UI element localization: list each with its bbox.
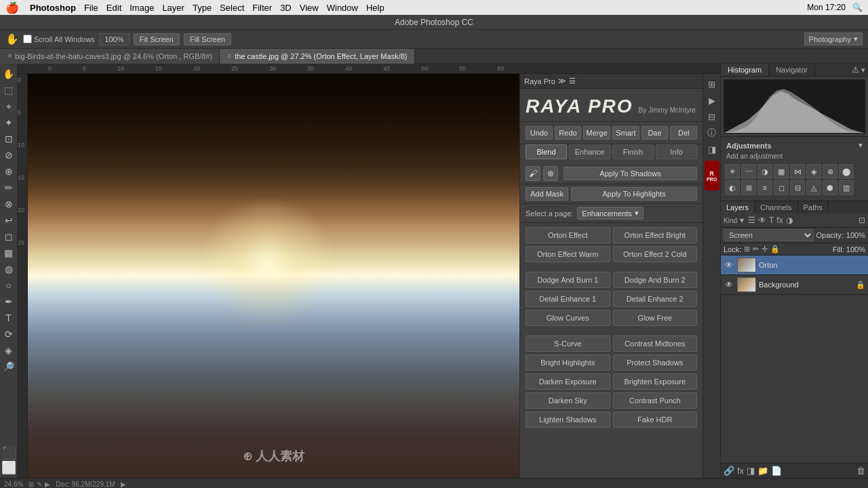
crop-tool[interactable]: ⊡: [1, 131, 16, 146]
photo-filter-adj-icon[interactable]: ◐: [725, 180, 740, 195]
fake-hdr-button[interactable]: Fake HDR: [613, 411, 698, 428]
move-tool[interactable]: ✋: [1, 66, 16, 81]
apply-shadows-button[interactable]: Apply To Shadows: [564, 167, 697, 180]
add-mask-layers-icon[interactable]: ◨: [747, 466, 755, 476]
layer-visibility-icon[interactable]: 👁: [724, 279, 734, 290]
path-tool[interactable]: ⟳: [1, 327, 16, 342]
apple-menu-icon[interactable]: 🍎: [5, 1, 19, 14]
spot-heal-tool[interactable]: ⊕: [1, 164, 16, 179]
blend-nav-button[interactable]: Blend: [526, 144, 567, 159]
tab-big-birds[interactable]: ✕ big-Birds-at-the-batu-caves3.jpg @ 24.…: [0, 49, 220, 64]
scroll-all-label[interactable]: Scroll All Windows: [23, 35, 95, 43]
play-icon[interactable]: ▶: [705, 93, 719, 108]
levels-adj-icon[interactable]: ▦: [774, 164, 789, 179]
text-tool[interactable]: T: [1, 310, 16, 325]
raya-menu-icon[interactable]: ☰: [569, 77, 576, 85]
contrast-midtones-button[interactable]: Contrast Midtones: [613, 336, 698, 352]
darken-exposure-button[interactable]: Darken Exposure: [526, 373, 610, 390]
timeline-arrow[interactable]: ▶: [121, 481, 126, 488]
menu-window[interactable]: Window: [327, 3, 358, 13]
zoom-tool[interactable]: 🔎: [1, 359, 16, 374]
info-nav-button[interactable]: Info: [656, 144, 697, 159]
finish-nav-button[interactable]: Finish: [612, 144, 654, 159]
contrast-punch-button[interactable]: Contrast Punch: [613, 392, 698, 409]
orton-effect-2-cold-button[interactable]: Orton Effect 2 Cold: [613, 246, 698, 262]
navigator-tab[interactable]: Navigator: [769, 64, 815, 76]
s-curve-button[interactable]: S-Curve: [526, 336, 610, 352]
menu-help[interactable]: Help: [366, 3, 384, 13]
exposure-adj-icon[interactable]: ◑: [757, 164, 772, 179]
menu-view[interactable]: View: [300, 3, 319, 13]
curves-adj-icon[interactable]: 〰: [741, 164, 756, 179]
layer-type-filter-icon[interactable]: T: [769, 216, 774, 225]
tab-castle[interactable]: ✕ the castle.jpg @ 27.2% (Orton Effect, …: [220, 49, 414, 64]
select-tool[interactable]: ⬚: [1, 83, 16, 98]
collapse-icon[interactable]: ▾: [861, 66, 865, 75]
eraser-tool[interactable]: ◻: [1, 229, 16, 244]
bw-adj-icon[interactable]: ⬤: [839, 164, 854, 179]
history-tool[interactable]: ↩: [1, 213, 16, 228]
zoom-input[interactable]: [99, 33, 130, 45]
undo-button[interactable]: Undo: [526, 126, 553, 140]
foreground-color[interactable]: ⬛: [1, 445, 16, 460]
menu-3d[interactable]: 3D: [280, 3, 292, 13]
background-color[interactable]: ⬜: [1, 460, 16, 475]
merge-button[interactable]: Merge: [583, 126, 610, 140]
add-mask-button[interactable]: Add Mask: [526, 187, 568, 201]
apply-highlights-button[interactable]: Apply To Highlights: [571, 187, 697, 201]
menu-layer[interactable]: Layer: [162, 3, 184, 13]
search-icon[interactable]: 🔍: [852, 3, 863, 12]
histogram-tab[interactable]: Histogram: [721, 64, 769, 76]
orton-effect-bright-button[interactable]: Orton Effect Bright: [613, 227, 698, 243]
channels-tab[interactable]: Channels: [755, 201, 797, 214]
enhance-nav-button[interactable]: Enhance: [569, 144, 610, 159]
colorbalance-adj-icon[interactable]: ⊗: [823, 164, 837, 179]
orton-effect-warm-button[interactable]: Orton Effect Warm: [526, 246, 610, 262]
lock-position-icon[interactable]: ⊞: [744, 245, 750, 253]
info-icon[interactable]: ⓘ: [705, 125, 719, 140]
menu-filter[interactable]: Filter: [252, 3, 272, 13]
clone-tool[interactable]: ⊗: [1, 197, 16, 211]
brightness-adj-icon[interactable]: ☀: [725, 164, 740, 179]
color-lookup-adj-icon[interactable]: ≡: [757, 180, 772, 195]
mask-stamp-icon[interactable]: ⊕: [543, 166, 558, 181]
brighten-exposure-button[interactable]: Brighten Exposure: [613, 373, 698, 390]
orton-effect-button[interactable]: Orton Effect: [526, 227, 610, 243]
pen-tool[interactable]: ✒: [1, 294, 16, 309]
selective-color-adj-icon[interactable]: ⬢: [823, 180, 837, 195]
lighten-shadows-button[interactable]: Lighten Shadows: [526, 411, 610, 428]
magic-wand-tool[interactable]: ✦: [1, 115, 16, 130]
layer-eye-filter-icon[interactable]: 👁: [758, 216, 766, 225]
brush-mask-icon[interactable]: 🖌: [526, 166, 540, 181]
layer-item-orton[interactable]: 👁 Orton: [721, 256, 868, 275]
shape-tool[interactable]: ◈: [1, 343, 16, 358]
smart-button[interactable]: Smart: [612, 126, 639, 140]
canvas-area[interactable]: ⊕ 人人素材: [28, 74, 519, 478]
blend-mode-select[interactable]: Screen Normal Multiply Overlay: [724, 229, 814, 241]
scroll-all-checkbox[interactable]: [23, 35, 32, 43]
glow-curves-button[interactable]: Glow Curves: [526, 310, 610, 326]
tab-close-icon[interactable]: ✕: [226, 52, 232, 60]
dodge-burn-1-button[interactable]: Dodge And Burn 1: [526, 272, 610, 288]
fit-screen-button[interactable]: Fit Screen: [134, 33, 180, 45]
redo-button[interactable]: Redo: [555, 126, 582, 140]
tab-close-icon[interactable]: ✕: [7, 52, 12, 60]
vibrance-adj-icon[interactable]: ⋈: [790, 164, 805, 179]
layer-visibility-icon[interactable]: 👁: [724, 260, 734, 270]
delete-layer-icon[interactable]: 🗑: [856, 466, 865, 476]
paths-tab[interactable]: Paths: [798, 201, 829, 214]
gradient-tool[interactable]: ▦: [1, 245, 16, 260]
darken-sky-button[interactable]: Darken Sky: [526, 392, 610, 409]
menu-edit[interactable]: Edit: [106, 3, 121, 13]
toggle-panels-icon[interactable]: ⊞: [705, 77, 719, 92]
bright-highlights-button[interactable]: Bright Highlights: [526, 354, 610, 371]
menu-select[interactable]: Select: [220, 3, 244, 13]
layers-tab[interactable]: Layers: [721, 201, 755, 214]
layer-effect-filter-icon[interactable]: fx: [776, 216, 783, 225]
gradient-map-adj-icon[interactable]: ▥: [839, 180, 854, 195]
raya-expand-icon[interactable]: ≫: [558, 77, 566, 85]
hand-tool-icon[interactable]: ✋: [5, 33, 19, 45]
channel-mixer-adj-icon[interactable]: ⊞: [741, 180, 756, 195]
posterize-adj-icon[interactable]: ⊟: [790, 180, 805, 195]
blur-tool[interactable]: ◍: [1, 262, 16, 277]
